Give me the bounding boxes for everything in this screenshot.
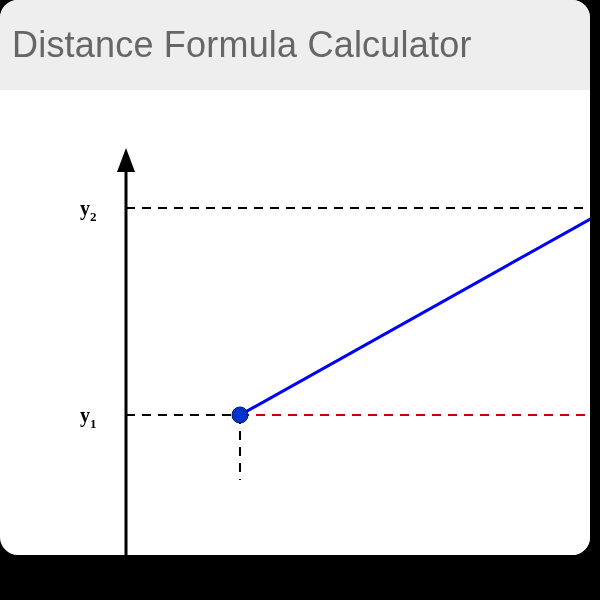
calculator-card: Distance Formula Calculator y2y1: [0, 0, 590, 555]
card-header: Distance Formula Calculator: [0, 0, 590, 90]
page-title: Distance Formula Calculator: [12, 24, 472, 66]
svg-line-6: [240, 208, 590, 415]
y2-label: y2: [80, 197, 97, 224]
y1-label: y1: [80, 404, 97, 431]
distance-diagram: y2y1: [50, 140, 590, 555]
svg-marker-1: [117, 148, 135, 172]
svg-point-7: [232, 407, 248, 423]
diagram-svg: y2y1: [50, 140, 590, 555]
